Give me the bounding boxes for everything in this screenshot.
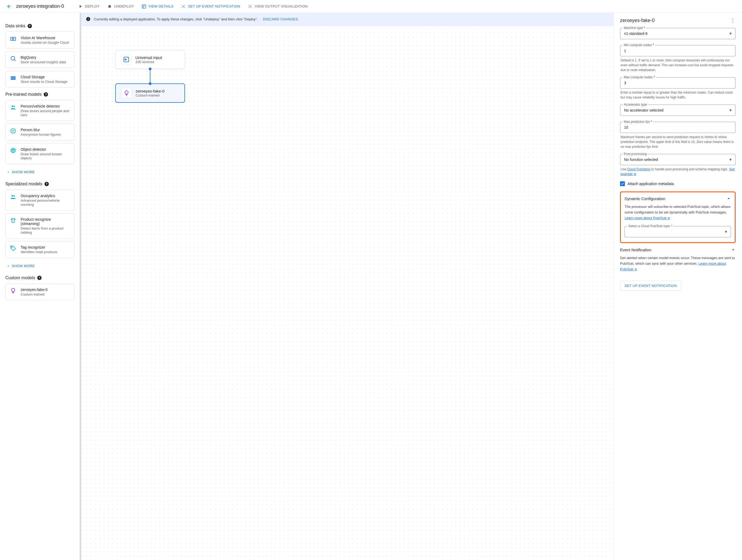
graph-canvas[interactable]: Universal input100 sources zeroeyes-fake… [81, 26, 613, 560]
help-icon[interactable]: ? [45, 182, 49, 186]
arrow-left-icon [6, 4, 12, 9]
show-more-pretrained[interactable]: SHOW MORE [5, 167, 75, 177]
sidebar-item-object-detector[interactable]: Object detectorDraw boxes around known o… [5, 143, 75, 164]
undeploy-button[interactable]: UNDEPLOY [104, 2, 137, 11]
svg-rect-0 [108, 5, 111, 7]
max-fps-label: Max prediction fps * [623, 120, 653, 123]
external-link-icon: ⧉ [634, 268, 637, 271]
discard-changes-link[interactable]: DISCARD CHANGES [263, 17, 298, 21]
visualization-icon [248, 4, 253, 9]
sidebar-item-tag-recognizer[interactable]: Tag recognizerIdentifies retail products [5, 241, 75, 258]
people-icon [10, 104, 16, 110]
setup-event-notification-button[interactable]: SET UP EVENT NOTIFICATION [620, 281, 681, 291]
svg-rect-19 [11, 78, 15, 80]
show-more-specialized[interactable]: SHOW MORE [5, 261, 75, 271]
svg-point-16 [11, 56, 15, 60]
svg-point-30 [88, 18, 89, 18]
sidebar-item-custom-model[interactable]: zeroeyes-fake-0Custom-trained [5, 284, 75, 300]
tag-icon [10, 245, 16, 252]
sidebar: Data sinks ? Vision AI WarehouseAssets s… [0, 13, 81, 560]
panel-title: zeroeyes-fake-0 [620, 18, 654, 23]
cube-icon [10, 147, 16, 154]
max-fps-help: Maximum frames per second to send predic… [621, 135, 735, 149]
chevron-down-icon [6, 170, 10, 174]
sidebar-item-vision-warehouse[interactable]: Vision AI WarehouseAssets stored on Goog… [5, 32, 75, 49]
attach-metadata-row[interactable]: Attach application metadata [620, 181, 736, 186]
max-nodes-help: Enter a number equal to or greater than … [621, 90, 735, 100]
shirt-icon [10, 217, 16, 224]
stop-icon [107, 4, 112, 9]
view-details-button[interactable]: VIEW DETAILS [138, 2, 177, 11]
edit-banner: Currently editing a deployed application… [81, 13, 613, 26]
dynamic-config-desc: The processor will subscribe to selected… [625, 204, 731, 221]
people-icon [10, 194, 16, 200]
chevron-up-icon [731, 247, 736, 252]
svg-rect-18 [11, 77, 15, 78]
event-notification-section: Event Notification Get alerted when cert… [620, 247, 736, 291]
properties-panel: zeroeyes-fake-0 ⋮ Machine type * n1-stan… [613, 13, 742, 560]
cloud-functions-link[interactable]: Cloud Functions [627, 167, 650, 171]
svg-rect-29 [88, 19, 89, 20]
app-name: zeroeyes-integration-0 [16, 3, 64, 9]
dynamic-config-section: Dynamic Configuration The processor will… [620, 192, 736, 243]
chevron-down-icon [6, 264, 10, 268]
lightbulb-icon [10, 288, 16, 294]
external-link-icon: ⧉ [667, 216, 670, 220]
top-toolbar: zeroeyes-integration-0 DEPLOY UNDEPLOY V… [0, 0, 742, 13]
svg-point-24 [14, 130, 14, 131]
pretrained-header: Pre-trained models ? [5, 92, 75, 97]
dynamic-config-toggle[interactable]: Dynamic Configuration [625, 196, 731, 201]
sidebar-item-person-vehicle[interactable]: Person/vehicle detectorDraw boxes around… [5, 100, 75, 121]
svg-point-22 [11, 129, 15, 133]
warehouse-icon [10, 36, 16, 42]
deploy-button[interactable]: DEPLOY [75, 2, 103, 11]
learn-pubsub-link[interactable]: Learn more about Pub/Sub ⧉ [625, 216, 670, 220]
svg-line-17 [14, 59, 15, 61]
graph-edge [150, 68, 150, 85]
data-sinks-header: Data sinks ? [5, 23, 75, 29]
svg-point-20 [11, 105, 13, 107]
help-icon[interactable]: ? [37, 276, 42, 280]
node-custom-model[interactable]: zeroeyes-fake-0Custom-trained [115, 84, 185, 103]
custom-header: Custom models ? [5, 275, 75, 280]
event-notification-toggle[interactable]: Event Notification [620, 247, 736, 252]
sidebar-item-bigquery[interactable]: BigQueryStore structured insights data [5, 51, 75, 68]
chevron-up-icon [726, 196, 731, 201]
min-nodes-label: Min compute nodes * [623, 43, 655, 47]
view-output-button[interactable]: VIEW OUTPUT VISUALIZATION [245, 2, 311, 11]
max-nodes-label: Max compute nodes * [623, 75, 656, 79]
info-icon [86, 17, 91, 21]
face-icon [10, 128, 16, 134]
sidebar-item-person-blur[interactable]: Person blurAnonymize human figures [5, 123, 75, 141]
svg-point-25 [11, 195, 13, 197]
post-processing-label: Post-processing [623, 152, 648, 156]
canvas-area: Currently editing a deployed application… [81, 13, 613, 560]
svg-point-27 [11, 247, 12, 248]
external-link-icon: ⧉ [633, 172, 636, 176]
back-button[interactable] [4, 2, 14, 11]
machine-type-label: Machine type * [623, 26, 646, 30]
details-icon [142, 4, 146, 9]
event-notification-desc: Get alerted when certain model events oc… [620, 255, 736, 272]
svg-point-21 [14, 106, 15, 107]
min-nodes-help: Default is 1. If set to 1 or more, then … [621, 58, 735, 72]
setup-event-button[interactable]: SET UP EVENT NOTIFICATION [178, 2, 244, 11]
sidebar-item-occupancy[interactable]: Occupancy analyticsAdvanced person/vehic… [5, 190, 75, 210]
help-icon[interactable]: ? [28, 24, 32, 28]
node-universal-input[interactable]: Universal input100 sources [115, 50, 185, 69]
sidebar-item-product-recognize[interactable]: Product recognize (streaming)Detect item… [5, 213, 75, 239]
svg-marker-15 [13, 38, 14, 40]
bigquery-icon [10, 55, 16, 62]
sidebar-item-cloud-storage[interactable]: Cloud StorageStore results to Cloud Stor… [5, 71, 75, 88]
storage-icon [10, 75, 16, 81]
attach-metadata-label: Attach application metadata [628, 182, 674, 186]
more-menu-button[interactable]: ⋮ [730, 17, 736, 23]
input-icon [123, 56, 129, 63]
help-icon[interactable]: ? [44, 92, 48, 97]
svg-point-23 [12, 130, 13, 131]
post-processing-help: Use Cloud Functions to handle post-proce… [621, 167, 735, 176]
svg-rect-1 [142, 5, 146, 8]
checkbox-checked-icon [620, 181, 625, 186]
lightbulb-icon [123, 90, 130, 96]
accelerator-label: Accelerator type [623, 103, 648, 106]
